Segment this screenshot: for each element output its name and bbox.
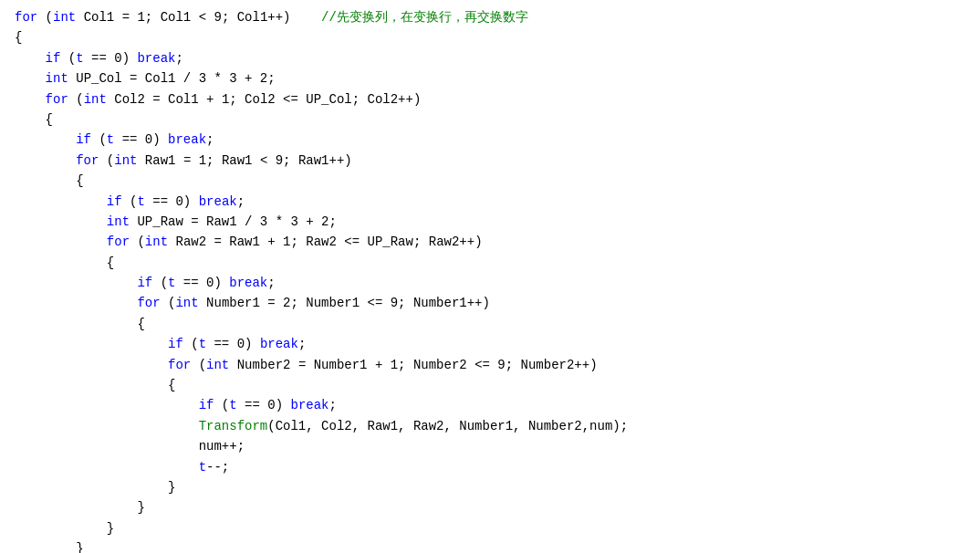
brace-close-6: } — [168, 477, 175, 497]
code-line-7: if (t == 0) break; — [0, 130, 980, 150]
code-line-12: for (int Raw2 = Raw1 + 1; Raw2 <= UP_Raw… — [0, 232, 980, 252]
plain-17c: ; — [298, 334, 306, 354]
indent-15 — [15, 293, 137, 313]
plain-14a: ( — [152, 273, 168, 293]
plain-3a: ( — [60, 48, 76, 68]
keyword-for-3: for — [76, 151, 99, 171]
keyword-int-7: int — [175, 293, 198, 313]
keyword-if-1: if — [46, 48, 61, 68]
indent-19 — [15, 375, 168, 395]
keyword-int-2: int — [46, 68, 68, 89]
plain-7c: ; — [206, 130, 214, 150]
plain-17b: == 0) — [206, 334, 260, 354]
code-line-16: { — [0, 314, 980, 334]
code-line-24: } — [0, 477, 980, 497]
keyword-if-3: if — [107, 192, 122, 212]
indent-8 — [15, 151, 76, 171]
code-line-4: int UP_Col = Col1 / 3 * 3 + 2; — [0, 68, 980, 89]
code-line-6: { — [0, 110, 980, 130]
indent-20 — [15, 395, 199, 415]
code-line-9: { — [0, 171, 980, 191]
plain-20b: == 0) — [237, 395, 291, 415]
code-line-1: for (int Col1 = 1; Col1 < 9; Col1++) //先… — [0, 7, 980, 27]
keyword-int-3: int — [84, 89, 107, 110]
plain-18b: Number2 = Number1 + 1; Number2 <= 9; Num… — [229, 355, 597, 375]
plain-3b: == 0) — [84, 48, 138, 68]
indent-7 — [15, 130, 76, 150]
plain-12a: ( — [130, 232, 145, 252]
brace-open-1: { — [15, 27, 22, 47]
plain-14b: == 0) — [175, 273, 229, 293]
code-line-20: if (t == 0) break; — [0, 395, 980, 415]
plain-2: Col1 = 1; Col1 < 9; Col1++) — [76, 7, 321, 27]
indent-11 — [15, 212, 107, 232]
indent-14 — [15, 273, 137, 293]
code-line-8: for (int Raw1 = 1; Raw1 < 9; Raw1++) — [0, 151, 980, 171]
code-editor: for (int Col1 = 1; Col1 < 9; Col1++) //先… — [0, 0, 980, 553]
code-line-5: for (int Col2 = Col1 + 1; Col2 <= UP_Col… — [0, 89, 980, 110]
indent-21 — [15, 416, 199, 436]
plain-4: UP_Col = Col1 / 3 * 3 + 2; — [68, 68, 276, 89]
plain-12b: Raw2 = Raw1 + 1; Raw2 <= UP_Raw; Raw2++) — [168, 232, 482, 252]
indent-13 — [15, 253, 107, 273]
indent-12 — [15, 232, 107, 252]
indent-26 — [15, 518, 107, 538]
code-line-21: Transform(Col1, Col2, Raw1, Raw2, Number… — [0, 416, 980, 436]
plain-10a: ( — [122, 192, 138, 212]
comment-1: //先变换列，在变换行，再交换数字 — [321, 7, 528, 27]
indent-25 — [15, 497, 137, 517]
code-line-26: } — [0, 518, 980, 538]
indent-3 — [15, 48, 46, 68]
keyword-for-4: for — [107, 232, 130, 252]
brace-open-4: { — [107, 253, 114, 273]
indent-4 — [15, 68, 46, 89]
plain-8a: ( — [99, 151, 114, 171]
plain-15b: Number1 = 2; Number1 <= 9; Number1++) — [199, 293, 490, 313]
plain-21: (Col1, Col2, Raw1, Raw2, Number1, Number… — [267, 416, 628, 436]
indent-17 — [15, 334, 168, 354]
code-line-10: if (t == 0) break; — [0, 192, 980, 212]
keyword-for-2: for — [46, 89, 68, 110]
plain-5a: ( — [68, 89, 84, 110]
brace-close-3: } — [76, 538, 83, 553]
func-transform: Transform — [199, 416, 268, 436]
indent-9 — [15, 171, 76, 191]
keyword-break-3: break — [199, 192, 237, 212]
indent-23 — [15, 457, 199, 477]
plain-20a: ( — [214, 395, 229, 415]
code-line-11: int UP_Raw = Raw1 / 3 * 3 + 2; — [0, 212, 980, 232]
code-line-2: { — [0, 27, 980, 47]
plain-7a: ( — [91, 130, 107, 150]
plain-5b: Col2 = Col1 + 1; Col2 <= UP_Col; Col2++) — [107, 89, 421, 110]
plain-3c: ; — [175, 48, 182, 68]
keyword-if-5: if — [168, 334, 183, 354]
plain-11: UP_Raw = Raw1 / 3 * 3 + 2; — [130, 212, 337, 232]
var-t-1: t — [76, 48, 83, 68]
keyword-if-2: if — [76, 130, 91, 150]
code-line-13: { — [0, 253, 980, 273]
keyword-break-1: break — [137, 48, 175, 68]
code-line-22: num++; — [0, 436, 980, 456]
brace-close-4: } — [107, 518, 114, 538]
keyword-break-2: break — [168, 130, 206, 150]
keyword-if-4: if — [137, 273, 152, 293]
code-line-18: for (int Number2 = Number1 + 1; Number2 … — [0, 355, 980, 375]
code-line-14: if (t == 0) break; — [0, 273, 980, 293]
indent-10 — [15, 192, 107, 212]
plain-10c: ; — [237, 192, 245, 212]
brace-open-5: { — [137, 314, 144, 334]
plain-1: ( — [37, 7, 53, 27]
code-line-23: t--; — [0, 457, 980, 477]
plain-20c: ; — [329, 395, 337, 415]
var-t-3: t — [137, 192, 144, 212]
var-t-7: t — [199, 457, 206, 477]
plain-18a: ( — [191, 355, 206, 375]
code-line-15: for (int Number1 = 2; Number1 <= 9; Numb… — [0, 293, 980, 313]
var-t-4: t — [168, 273, 175, 293]
brace-open-6: { — [168, 375, 175, 395]
keyword-break-6: break — [290, 395, 328, 415]
plain-22: num++; — [199, 436, 245, 456]
var-t-5: t — [199, 334, 206, 354]
plain-10b: == 0) — [145, 192, 199, 212]
indent-18 — [15, 355, 168, 375]
